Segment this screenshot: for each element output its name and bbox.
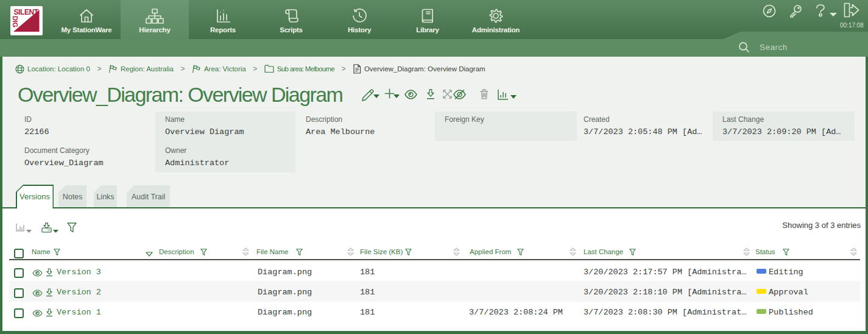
svg-text:SILENT: SILENT bbox=[14, 8, 39, 16]
svg-text:DIG: DIG bbox=[12, 16, 19, 27]
